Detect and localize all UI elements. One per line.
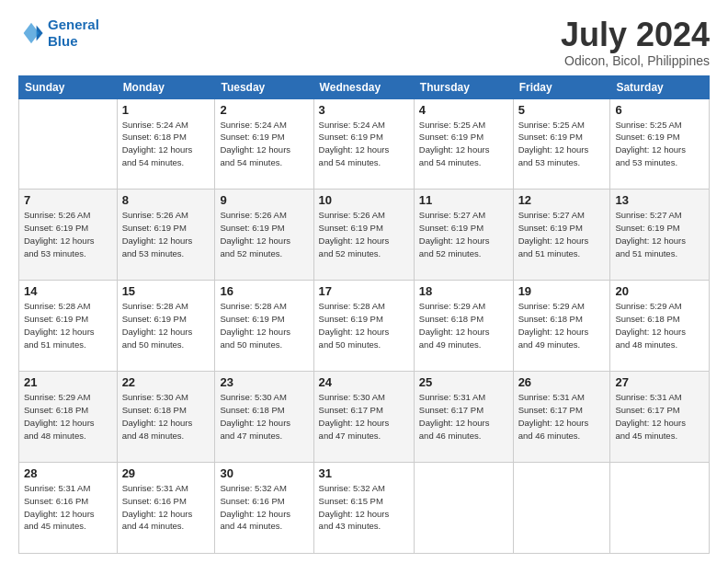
calendar-cell: 16Sunrise: 5:28 AMSunset: 6:19 PMDayligh… xyxy=(215,281,313,372)
day-number: 26 xyxy=(518,375,606,389)
week-row-5: 28Sunrise: 5:31 AMSunset: 6:16 PMDayligh… xyxy=(19,463,710,554)
calendar-cell: 4Sunrise: 5:25 AMSunset: 6:19 PMDaylight… xyxy=(414,98,513,190)
calendar-cell: 6Sunrise: 5:25 AMSunset: 6:19 PMDaylight… xyxy=(610,98,710,190)
day-number: 4 xyxy=(419,103,508,117)
calendar-cell: 5Sunrise: 5:25 AMSunset: 6:19 PMDaylight… xyxy=(513,98,610,190)
day-number: 7 xyxy=(24,193,112,207)
day-number: 6 xyxy=(615,103,704,117)
day-info: Sunrise: 5:26 AMSunset: 6:19 PMDaylight:… xyxy=(122,209,210,259)
day-number: 27 xyxy=(615,375,704,389)
calendar-cell: 10Sunrise: 5:26 AMSunset: 6:19 PMDayligh… xyxy=(313,190,414,281)
calendar-cell: 26Sunrise: 5:31 AMSunset: 6:17 PMDayligh… xyxy=(513,372,610,463)
col-header-wednesday: Wednesday xyxy=(313,75,414,98)
day-number: 19 xyxy=(518,284,606,298)
day-number: 10 xyxy=(319,193,409,207)
calendar-cell xyxy=(414,463,513,554)
col-header-tuesday: Tuesday xyxy=(215,75,313,98)
day-number: 3 xyxy=(319,103,409,117)
day-info: Sunrise: 5:31 AMSunset: 6:17 PMDaylight:… xyxy=(615,391,704,442)
calendar-cell: 17Sunrise: 5:28 AMSunset: 6:19 PMDayligh… xyxy=(313,281,414,372)
subtitle: Odicon, Bicol, Philippines xyxy=(561,53,710,68)
day-info: Sunrise: 5:30 AMSunset: 6:18 PMDaylight:… xyxy=(122,391,210,442)
day-info: Sunrise: 5:28 AMSunset: 6:19 PMDaylight:… xyxy=(122,300,210,350)
day-number: 11 xyxy=(419,193,508,207)
day-info: Sunrise: 5:31 AMSunset: 6:17 PMDaylight:… xyxy=(518,391,606,442)
calendar-cell: 30Sunrise: 5:32 AMSunset: 6:16 PMDayligh… xyxy=(215,463,313,554)
calendar-cell: 22Sunrise: 5:30 AMSunset: 6:18 PMDayligh… xyxy=(117,372,215,463)
calendar-cell: 21Sunrise: 5:29 AMSunset: 6:18 PMDayligh… xyxy=(19,372,118,463)
day-number: 18 xyxy=(419,284,508,298)
day-number: 1 xyxy=(122,103,210,117)
day-info: Sunrise: 5:29 AMSunset: 6:18 PMDaylight:… xyxy=(615,300,704,350)
day-info: Sunrise: 5:29 AMSunset: 6:18 PMDaylight:… xyxy=(24,391,112,442)
logo-text: General Blue xyxy=(48,17,99,50)
logo: General Blue xyxy=(18,17,99,50)
title-section: July 2024 Odicon, Bicol, Philippines xyxy=(561,17,710,68)
calendar-cell: 27Sunrise: 5:31 AMSunset: 6:17 PMDayligh… xyxy=(610,372,710,463)
header-row: SundayMondayTuesdayWednesdayThursdayFrid… xyxy=(19,75,710,98)
day-info: Sunrise: 5:32 AMSunset: 6:15 PMDaylight:… xyxy=(319,482,409,533)
day-info: Sunrise: 5:28 AMSunset: 6:19 PMDaylight:… xyxy=(24,300,112,350)
day-info: Sunrise: 5:31 AMSunset: 6:16 PMDaylight:… xyxy=(122,482,210,533)
day-info: Sunrise: 5:24 AMSunset: 6:19 PMDaylight:… xyxy=(220,119,308,169)
day-info: Sunrise: 5:29 AMSunset: 6:18 PMDaylight:… xyxy=(419,300,508,350)
calendar-cell: 1Sunrise: 5:24 AMSunset: 6:18 PMDaylight… xyxy=(117,98,215,190)
day-info: Sunrise: 5:27 AMSunset: 6:19 PMDaylight:… xyxy=(419,209,508,259)
header: General Blue July 2024 Odicon, Bicol, Ph… xyxy=(18,17,710,68)
main-title: July 2024 xyxy=(561,17,710,53)
day-number: 25 xyxy=(419,375,508,389)
calendar-cell: 20Sunrise: 5:29 AMSunset: 6:18 PMDayligh… xyxy=(610,281,710,372)
day-info: Sunrise: 5:31 AMSunset: 6:16 PMDaylight:… xyxy=(24,482,112,533)
day-number: 9 xyxy=(220,193,308,207)
col-header-saturday: Saturday xyxy=(610,75,710,98)
day-info: Sunrise: 5:24 AMSunset: 6:19 PMDaylight:… xyxy=(319,119,409,169)
day-info: Sunrise: 5:28 AMSunset: 6:19 PMDaylight:… xyxy=(220,300,308,350)
day-info: Sunrise: 5:29 AMSunset: 6:18 PMDaylight:… xyxy=(518,300,606,350)
day-info: Sunrise: 5:27 AMSunset: 6:19 PMDaylight:… xyxy=(518,209,606,259)
calendar-cell: 11Sunrise: 5:27 AMSunset: 6:19 PMDayligh… xyxy=(414,190,513,281)
day-number: 16 xyxy=(220,284,308,298)
calendar: SundayMondayTuesdayWednesdayThursdayFrid… xyxy=(18,75,710,554)
day-number: 17 xyxy=(319,284,409,298)
day-number: 22 xyxy=(122,375,210,389)
calendar-cell: 15Sunrise: 5:28 AMSunset: 6:19 PMDayligh… xyxy=(117,281,215,372)
week-row-1: 1Sunrise: 5:24 AMSunset: 6:18 PMDaylight… xyxy=(19,98,710,190)
day-info: Sunrise: 5:25 AMSunset: 6:19 PMDaylight:… xyxy=(615,119,704,169)
calendar-cell: 7Sunrise: 5:26 AMSunset: 6:19 PMDaylight… xyxy=(19,190,118,281)
day-number: 5 xyxy=(518,103,606,117)
week-row-4: 21Sunrise: 5:29 AMSunset: 6:18 PMDayligh… xyxy=(19,372,710,463)
day-number: 24 xyxy=(319,375,409,389)
day-number: 31 xyxy=(319,466,409,480)
week-row-3: 14Sunrise: 5:28 AMSunset: 6:19 PMDayligh… xyxy=(19,281,710,372)
calendar-cell: 8Sunrise: 5:26 AMSunset: 6:19 PMDaylight… xyxy=(117,190,215,281)
calendar-cell: 13Sunrise: 5:27 AMSunset: 6:19 PMDayligh… xyxy=(610,190,710,281)
day-number: 14 xyxy=(24,284,112,298)
calendar-cell: 31Sunrise: 5:32 AMSunset: 6:15 PMDayligh… xyxy=(313,463,414,554)
calendar-cell: 19Sunrise: 5:29 AMSunset: 6:18 PMDayligh… xyxy=(513,281,610,372)
calendar-cell: 23Sunrise: 5:30 AMSunset: 6:18 PMDayligh… xyxy=(215,372,313,463)
day-number: 20 xyxy=(615,284,704,298)
calendar-cell: 28Sunrise: 5:31 AMSunset: 6:16 PMDayligh… xyxy=(19,463,118,554)
calendar-cell xyxy=(513,463,610,554)
calendar-cell: 25Sunrise: 5:31 AMSunset: 6:17 PMDayligh… xyxy=(414,372,513,463)
calendar-cell xyxy=(610,463,710,554)
day-info: Sunrise: 5:30 AMSunset: 6:18 PMDaylight:… xyxy=(220,391,308,442)
day-number: 12 xyxy=(518,193,606,207)
logo-icon xyxy=(18,20,44,46)
day-number: 28 xyxy=(24,466,112,480)
page: General Blue July 2024 Odicon, Bicol, Ph… xyxy=(0,0,728,563)
day-number: 29 xyxy=(122,466,210,480)
col-header-thursday: Thursday xyxy=(414,75,513,98)
day-info: Sunrise: 5:27 AMSunset: 6:19 PMDaylight:… xyxy=(615,209,704,259)
day-number: 23 xyxy=(220,375,308,389)
day-info: Sunrise: 5:26 AMSunset: 6:19 PMDaylight:… xyxy=(24,209,112,259)
calendar-cell: 9Sunrise: 5:26 AMSunset: 6:19 PMDaylight… xyxy=(215,190,313,281)
day-number: 2 xyxy=(220,103,308,117)
calendar-cell: 24Sunrise: 5:30 AMSunset: 6:17 PMDayligh… xyxy=(313,372,414,463)
calendar-cell: 14Sunrise: 5:28 AMSunset: 6:19 PMDayligh… xyxy=(19,281,118,372)
day-number: 21 xyxy=(24,375,112,389)
day-info: Sunrise: 5:31 AMSunset: 6:17 PMDaylight:… xyxy=(419,391,508,442)
day-number: 30 xyxy=(220,466,308,480)
calendar-cell: 2Sunrise: 5:24 AMSunset: 6:19 PMDaylight… xyxy=(215,98,313,190)
calendar-cell: 12Sunrise: 5:27 AMSunset: 6:19 PMDayligh… xyxy=(513,190,610,281)
